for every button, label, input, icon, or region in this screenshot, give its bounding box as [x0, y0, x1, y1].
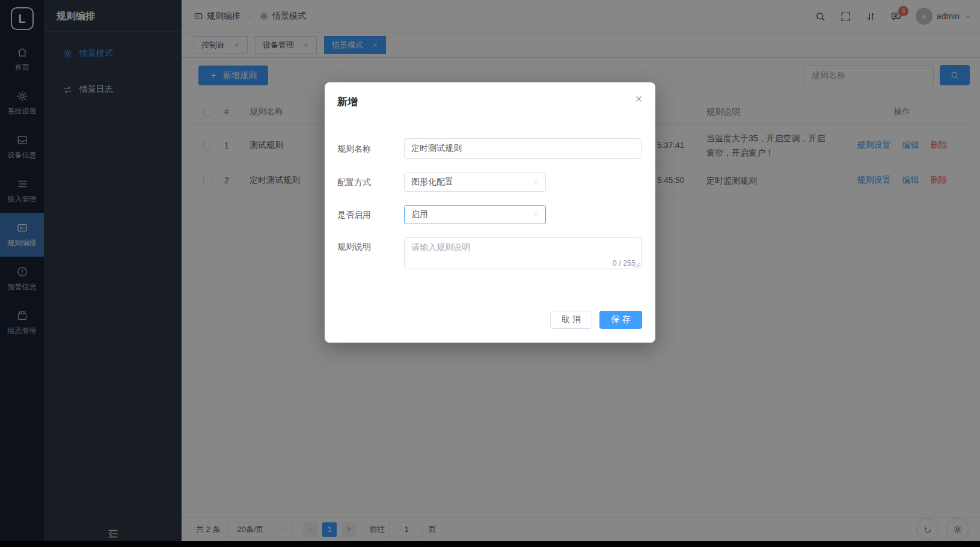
config-mode-label: 配置方式: [337, 177, 371, 188]
dialog-title: 新增: [337, 95, 358, 109]
app-screen: L 首页 系统设置 设备信息 接入管理 规则编排 预警信息 组态管理: [0, 0, 980, 547]
cancel-button[interactable]: 取 消: [550, 311, 592, 329]
enabled-label: 是否启用: [337, 210, 371, 221]
dialog-close-button[interactable]: [634, 94, 643, 103]
chevron-down-icon: [532, 211, 539, 218]
enabled-value: 启用: [411, 209, 428, 220]
close-icon: [634, 94, 643, 103]
rule-description-label: 规则说明: [337, 242, 371, 252]
bottom-black-bar: [0, 541, 980, 547]
char-counter: 0 / 255: [610, 259, 635, 267]
add-rule-dialog: 新增 规则名称 配置方式 图形化配置 是否启用 启用 规则说明 0 / 255 …: [325, 82, 655, 343]
save-button[interactable]: 保 存: [599, 311, 642, 329]
config-mode-value: 图形化配置: [411, 177, 453, 188]
enabled-select[interactable]: 启用: [404, 205, 546, 224]
rule-name-label: 规则名称: [337, 144, 371, 154]
chevron-down-icon: [532, 179, 539, 186]
config-mode-select[interactable]: 图形化配置: [404, 173, 546, 192]
rule-description-textarea[interactable]: [405, 238, 641, 269]
rule-name-input[interactable]: [404, 138, 642, 159]
resize-handle-icon[interactable]: [634, 262, 640, 268]
rule-description-field: 0 / 255: [404, 237, 642, 269]
